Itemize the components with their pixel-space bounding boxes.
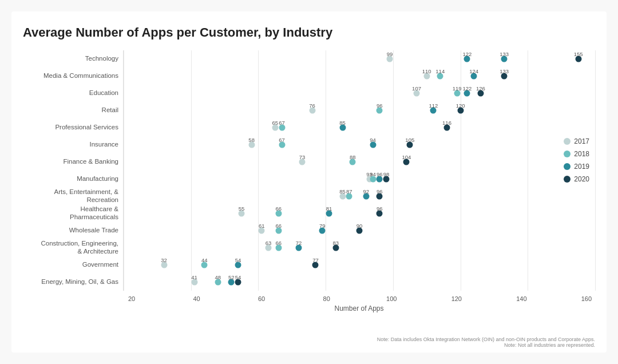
legend-dot — [564, 138, 571, 145]
dot-value-label: 96 — [377, 188, 383, 195]
x-axis-label: 80 — [318, 295, 335, 302]
legend-item: 2020 — [564, 175, 589, 183]
dot-value-label: 85 — [339, 188, 346, 195]
plot-area: 9912213315511011412413310711912212676961… — [123, 50, 595, 291]
dot-value-label: 116 — [442, 120, 451, 126]
y-label: Technology — [23, 50, 123, 68]
x-axis-label: 120 — [448, 295, 465, 302]
dot-value-label: 155 — [574, 51, 583, 57]
x-axis-label: 20 — [123, 295, 140, 302]
dot-value-label: 133 — [500, 51, 509, 57]
dot-value-label: 73 — [299, 154, 306, 160]
dot-value-label: 98 — [383, 171, 390, 177]
dot-value-label: 104 — [402, 154, 411, 160]
grid-line — [124, 50, 124, 291]
chart-area: TechnologyMedia & CommunicationsEducatio… — [23, 50, 595, 292]
grid-line — [258, 50, 259, 291]
grid-line — [393, 50, 394, 291]
x-axis-label: 60 — [253, 295, 270, 302]
grid-line — [191, 50, 192, 291]
dot-value-label: 41 — [191, 274, 197, 280]
legend-item: 2018 — [564, 150, 589, 158]
x-axis-title: Number of Apps — [123, 304, 595, 312]
dot-value-label: 32 — [161, 257, 167, 263]
legend-label: 2018 — [574, 150, 589, 158]
dot-value-label: 90 — [356, 223, 363, 229]
dot-value-label: 55 — [239, 205, 245, 212]
dot-value-label: 133 — [500, 68, 509, 74]
dot-value-label: 81 — [326, 205, 332, 212]
legend: 2017201820192020 — [564, 137, 589, 183]
dot-value-label: 61 — [259, 223, 265, 229]
dot-value-label: 107 — [412, 85, 421, 92]
dot-value-label: 67 — [279, 137, 285, 143]
y-label: Education — [23, 85, 123, 102]
dot-value-label: 124 — [469, 68, 478, 74]
dot-value-label: 72 — [296, 240, 302, 246]
dot-value-label: 94 — [370, 171, 376, 177]
dot-value-label: 83 — [333, 240, 339, 246]
dot-value-label: 122 — [462, 85, 472, 92]
x-axis-label: 100 — [383, 295, 400, 302]
y-label: Government — [23, 256, 123, 274]
legend-dot — [564, 151, 571, 157]
dot-value-label: 110 — [422, 68, 431, 74]
dot-value-label: 54 — [235, 274, 241, 280]
dot-value-label: 112 — [429, 102, 438, 109]
y-label: Manufacturing — [23, 171, 123, 188]
dot-value-label: 48 — [215, 274, 221, 280]
dot-value-label: 52 — [228, 274, 235, 280]
dot-value-label: 65 — [272, 120, 279, 126]
dot-value-label: 44 — [201, 257, 208, 263]
legend-label: 2019 — [574, 163, 589, 171]
y-label: Professional Services — [23, 119, 123, 136]
legend-dot — [564, 163, 571, 170]
dot-value-label: 96 — [377, 205, 383, 212]
dot-value-label: 58 — [248, 137, 255, 143]
footer-notes: Note: Data includes Okta Integration Net… — [377, 337, 595, 348]
dot-value-label: 96 — [377, 102, 383, 109]
y-label: Media & Communications — [23, 68, 123, 85]
chart-title: Average Number of Apps per Customer, by … — [23, 25, 595, 40]
dot-value-label: 105 — [405, 137, 414, 143]
dot-value-label: 63 — [266, 240, 272, 246]
y-label: Wholesale Trade — [23, 222, 123, 239]
y-label: Finance & Banking — [23, 153, 123, 171]
dot-value-label: 85 — [339, 120, 346, 126]
y-label: Arts, Entertainment, &Recreation — [23, 188, 123, 205]
dot-value-label: 122 — [462, 51, 472, 57]
dot-value-label: 66 — [275, 240, 282, 246]
dot-value-label: 119 — [453, 85, 462, 92]
legend-label: 2017 — [574, 137, 589, 145]
grid-line — [326, 50, 326, 291]
y-label: Healthcare &Pharmaceuticals — [23, 205, 123, 222]
dot-value-label: 120 — [456, 102, 465, 109]
dot-value-label: 66 — [275, 205, 282, 212]
dot-value-label: 88 — [350, 154, 356, 160]
dot-value-label: 79 — [319, 223, 326, 229]
x-axis-labels: 20406080100120140160 — [123, 292, 595, 302]
footer-note-2: Note: Not all industries are represented… — [377, 342, 595, 348]
y-label: Construction, Engineering,& Architecture — [23, 239, 123, 256]
dot-value-label: 92 — [363, 188, 369, 195]
dot-value-label: 77 — [312, 257, 319, 263]
grid-line — [528, 50, 528, 291]
dot-value-label: 76 — [309, 102, 315, 109]
dot-value-label: 114 — [435, 68, 445, 74]
x-axis-label: 40 — [188, 295, 205, 302]
chart-container: Average Number of Apps per Customer, by … — [11, 11, 607, 353]
legend-item: 2019 — [564, 163, 589, 171]
legend-label: 2020 — [574, 175, 589, 183]
dot-value-label: 126 — [476, 85, 485, 92]
dot-value-label: 54 — [235, 257, 241, 263]
y-axis-labels: TechnologyMedia & CommunicationsEducatio… — [23, 50, 123, 292]
y-label: Insurance — [23, 136, 123, 153]
x-axis-label: 160 — [578, 295, 595, 302]
legend-dot — [564, 176, 571, 183]
legend-item: 2017 — [564, 137, 589, 145]
x-axis-label: 140 — [513, 295, 530, 302]
dot-value-label: 66 — [275, 223, 282, 229]
dot-value-label: 94 — [370, 137, 376, 143]
footer-note-1: Note: Data includes Okta Integration Net… — [377, 337, 595, 342]
dot-value-label: 96 — [377, 171, 383, 177]
